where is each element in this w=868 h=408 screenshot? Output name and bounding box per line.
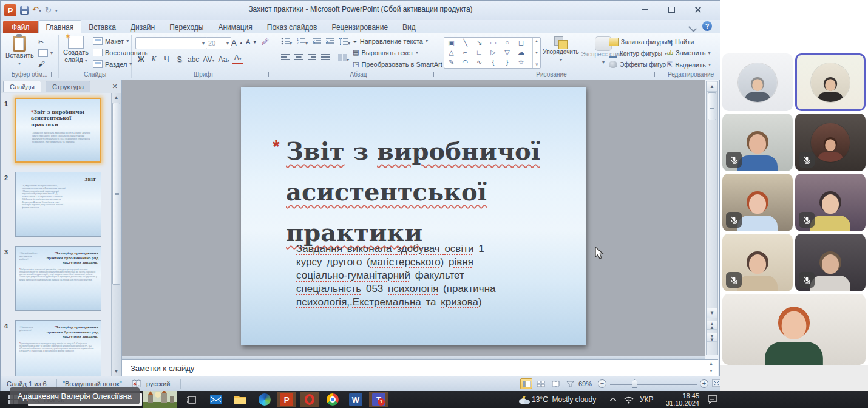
shape-glyph[interactable]: ⌐ [458,47,472,57]
teams-icon[interactable]: T 1 [369,392,388,407]
tab-вставка[interactable]: Вставка [81,21,123,33]
file-explorer-icon[interactable] [231,392,250,407]
hidden-icons-chevron[interactable] [607,392,619,407]
increase-indent-button[interactable] [326,38,334,46]
new-slide-button[interactable]: ✶ Создать слайд ▾ [61,36,90,63]
slide-thumbnail-1[interactable]: *Звіт з виробничої асистентської практик… [15,98,101,163]
clipboard-dialog-launcher[interactable] [51,72,56,77]
powerpoint-taskbar-icon[interactable]: P [277,392,296,407]
slideshow-button[interactable] [564,378,576,389]
collapse-ribbon-icon[interactable] [688,24,697,32]
restore-button[interactable] [662,4,680,15]
reading-view-button[interactable] [549,378,561,389]
drawing-dialog-launcher[interactable] [654,72,660,77]
tab-slides[interactable]: Слайды [3,81,41,92]
next-slide-button[interactable]: ▼▼ [707,333,717,342]
paragraph-dialog-launcher[interactable] [433,72,439,77]
vertical-scrollbar[interactable]: ▲ ▼ ▲▲ ▼▼ [706,81,718,355]
align-center-button[interactable] [294,54,303,63]
castle-widget[interactable] [143,391,177,408]
tab-рецензирование[interactable]: Рецензирование [324,21,395,33]
zoom-slider-track[interactable] [610,384,697,385]
replace-button[interactable]: abЗаменить▾ [667,49,710,56]
tab-анимация[interactable]: Анимация [211,21,259,33]
line-spacing-button[interactable]: ▾ [339,38,350,46]
shape-glyph[interactable]: ╲ [458,38,472,47]
slide[interactable]: * Звіт з виробничоїасистентськоїпрактики… [241,87,586,345]
action-center-icon[interactable] [703,392,722,407]
paste-button[interactable]: Вставить▾ [5,36,33,66]
copy-button[interactable]: ▾ [38,49,53,57]
notes-pane[interactable]: Заметки к слайду ▲ ▼ [122,359,718,376]
slide-body-text[interactable]: Завдання виконала здобувач освіти 1курсу… [296,242,551,309]
shape-glyph[interactable]: ▣ [444,38,458,47]
participant-tile-2[interactable] [795,53,866,111]
align-right-button[interactable] [308,54,316,63]
slide-thumbnail-3[interactable]: «Організаційно-методична робота»*За пері… [15,246,101,311]
shape-glyph[interactable]: △ [444,47,458,57]
minimize-button[interactable] [636,4,654,15]
language-indicator[interactable]: русский [146,380,170,387]
align-text-button[interactable]: ▤Выровнять текст▾ [353,49,418,56]
previous-slide-button[interactable]: ▲▲ [707,321,717,330]
strikethrough-button[interactable]: abc [186,55,200,64]
change-case-button[interactable]: Аа▾ [217,55,231,64]
participant-tile-3[interactable] [722,114,793,171]
scroll-down-icon[interactable]: ▼ [707,308,717,318]
shrink-font-button[interactable]: A▼ [246,38,257,46]
shapes-gallery[interactable]: ▣╲↘▭○◻△⌐∟▷▽☁✎◠∿{}☆ ▲▼⊽ [444,37,541,69]
language-indicator[interactable]: УКР [640,395,654,404]
help-icon[interactable]: ? [702,21,712,31]
participant-tile-7[interactable] [722,234,793,291]
select-button[interactable]: ⇱Выделить▾ [667,61,711,69]
scroll-down-icon[interactable]: ▼ [112,367,120,375]
shape-glyph[interactable]: ○ [500,38,514,47]
theme-name[interactable]: "Воздушный поток" [63,380,122,387]
shape-glyph[interactable]: ☆ [514,57,528,67]
task-view-icon[interactable] [182,392,202,407]
slide-title[interactable]: * Звіт з виробничоїасистентськоїпрактики [286,131,553,253]
participant-tile-4[interactable] [795,114,866,171]
shape-glyph[interactable]: ✎ [444,57,458,67]
format-painter-button[interactable]: 🖌 [38,60,45,67]
zoom-percentage[interactable]: 69% [578,380,592,387]
tab-outline[interactable]: Структура [46,81,90,92]
columns-button[interactable]: ▾ [338,54,349,63]
wifi-icon[interactable] [622,392,636,407]
shape-glyph[interactable]: ▷ [486,47,500,57]
weather-text[interactable]: 13°C Mostly cloudy [532,395,596,404]
normal-view-button[interactable] [520,378,532,389]
shape-glyph[interactable]: ▭ [486,38,500,47]
align-left-button[interactable] [281,54,290,63]
cut-button[interactable]: ✂ [38,38,44,46]
slide-thumbnail-4[interactable]: «Навчальна діяльність»*За період проходж… [15,320,101,376]
mail-icon[interactable] [206,392,226,407]
shape-glyph[interactable]: ◻ [514,38,528,47]
grow-font-button[interactable]: A▲ [231,38,243,47]
scroll-up-icon[interactable]: ▲ [707,82,717,92]
shapes-gallery-scroll[interactable]: ▲▼⊽ [532,38,540,68]
justify-button[interactable] [321,54,330,63]
zoom-in-button[interactable]: + [700,379,708,388]
shape-outline-button[interactable]: Контур фигуры▾ [609,49,667,58]
shadow-button[interactable]: S [174,55,185,64]
clock[interactable]: 18:45 31.10.2024 [662,392,699,407]
character-spacing-button[interactable]: AV▾ [202,55,215,64]
edge-icon[interactable] [255,392,274,407]
close-panel-icon[interactable]: ✕ [111,83,118,90]
clear-formatting-button[interactable]: 🖉 [262,38,269,46]
shape-glyph[interactable]: } [500,57,514,67]
chrome-icon[interactable] [323,392,342,407]
font-size-combo[interactable]: 20▾ [206,37,231,49]
zoom-slider-thumb[interactable] [632,379,637,388]
arrange-button[interactable]: Упорядочить▾ [542,36,580,63]
font-dialog-launcher[interactable] [268,72,274,77]
slide-thumbnail-2[interactable]: Звіт*Я, Адашкевич Валерія Олексіївна, пр… [15,172,101,237]
participant-tile-1[interactable] [722,53,793,111]
shape-effects-button[interactable]: Эффекты фигур▾ [609,61,671,68]
underline-button[interactable]: Ч [161,55,172,64]
participant-tile-5[interactable] [722,174,793,231]
zoom-out-button[interactable]: − [598,379,606,388]
bullets-button[interactable]: ▾ [281,38,292,46]
shape-glyph[interactable]: ∟ [472,47,486,57]
